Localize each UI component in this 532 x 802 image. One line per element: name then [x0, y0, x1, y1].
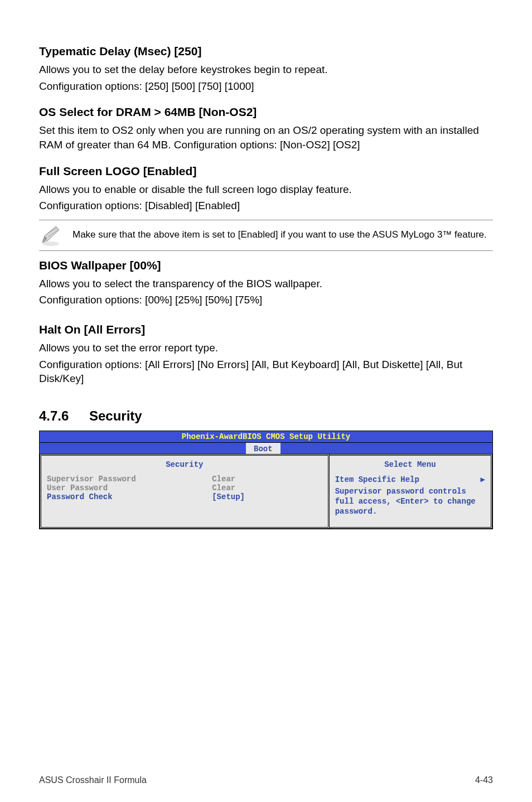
- bios-title: Phoenix-AwardBIOS CMOS Setup Utility: [40, 431, 492, 443]
- pencil-icon: [39, 224, 72, 247]
- subsection-label: Security: [89, 408, 142, 424]
- heading-halt: Halt On [All Errors]: [39, 323, 493, 336]
- svg-point-0: [42, 241, 59, 246]
- bios-row-value: Clear: [212, 475, 235, 484]
- bios-screenshot: Phoenix-AwardBIOS CMOS Setup Utility Boo…: [39, 431, 493, 529]
- bios-row-supervisor: Supervisor Password Clear: [47, 475, 322, 484]
- heading-osselect: OS Select for DRAM > 64MB [Non-OS2]: [39, 105, 493, 119]
- bios-row-label: Password Check: [47, 492, 212, 501]
- heading-wallpaper: BIOS Wallpaper [00%]: [39, 259, 493, 272]
- triangle-right-icon: ▶: [481, 475, 485, 484]
- footer-page-number: 4-43: [475, 775, 493, 785]
- note-text: Make sure that the above item is set to …: [72, 229, 493, 241]
- bios-row-password-check: Password Check [Setup]: [47, 492, 322, 501]
- bios-right-heading: Select Menu: [335, 458, 485, 475]
- bios-left-heading: Security: [47, 458, 322, 475]
- bios-help-body: Supervisor password controls full access…: [335, 486, 485, 517]
- bios-row-value: Clear: [212, 484, 235, 492]
- bios-row-label: User Password: [47, 484, 212, 492]
- bios-row-value: [Setup]: [212, 492, 245, 501]
- text-typematic-1: Allows you to set the delay before keyst…: [39, 62, 493, 77]
- bios-help-heading: Item Specific Help ▶: [335, 475, 485, 486]
- bios-row-label: Supervisor Password: [47, 475, 212, 484]
- bios-left-panel: Security Supervisor Password Clear User …: [40, 454, 330, 529]
- text-halt-1: Allows you to set the error report type.: [39, 341, 493, 355]
- text-wallpaper-1: Allows you to select the transparency of…: [39, 277, 493, 291]
- heading-fullscreen: Full Screen LOGO [Enabled]: [39, 165, 493, 178]
- bios-row-user: User Password Clear: [47, 484, 322, 492]
- bios-tab-bar: Boot: [40, 443, 492, 454]
- text-typematic-2: Configuration options: [250] [500] [750]…: [39, 79, 493, 94]
- text-fullscreen-2: Configuration options: [Disabled] [Enabl…: [39, 199, 493, 213]
- bios-tab-boot: Boot: [246, 443, 280, 454]
- text-osselect-1: Set this item to OS2 only when you are r…: [39, 123, 493, 152]
- text-fullscreen-1: Allows you to enable or disable the full…: [39, 182, 493, 197]
- text-halt-2: Configuration options: [All Errors] [No …: [39, 357, 493, 386]
- note-box: Make sure that the above item is set to …: [39, 220, 493, 251]
- bios-right-panel: Select Menu Item Specific Help ▶ Supervi…: [330, 454, 492, 529]
- subsection-number: 4.7.6: [39, 408, 89, 424]
- page-footer: ASUS Crosshair II Formula 4-43: [39, 775, 493, 785]
- heading-typematic: Typematic Delay (Msec) [250]: [39, 45, 493, 58]
- text-wallpaper-2: Configuration options: [00%] [25%] [50%]…: [39, 293, 493, 307]
- footer-product: ASUS Crosshair II Formula: [39, 775, 147, 785]
- subsection-security: 4.7.6 Security: [39, 408, 493, 424]
- bios-help-head-text: Item Specific Help: [335, 475, 419, 484]
